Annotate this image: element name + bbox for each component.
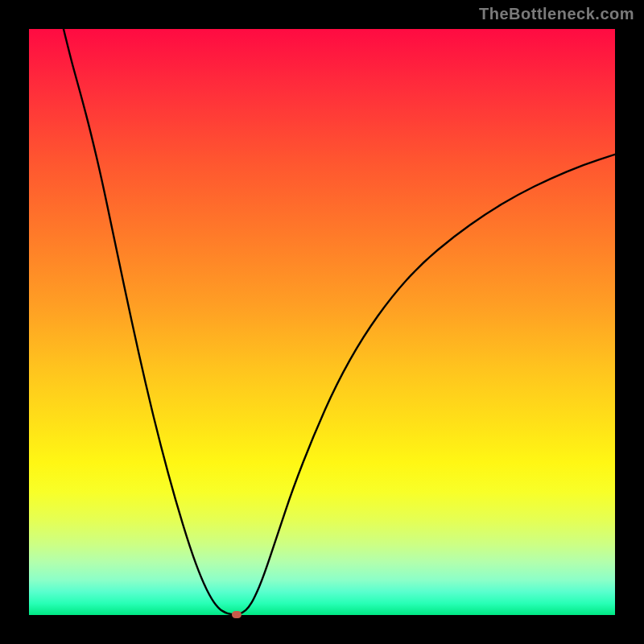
watermark-label: TheBottleneck.com	[479, 5, 634, 23]
curve-path	[64, 29, 615, 615]
current-value-marker	[232, 611, 242, 618]
bottleneck-curve	[29, 29, 615, 615]
chart-area	[29, 29, 615, 615]
